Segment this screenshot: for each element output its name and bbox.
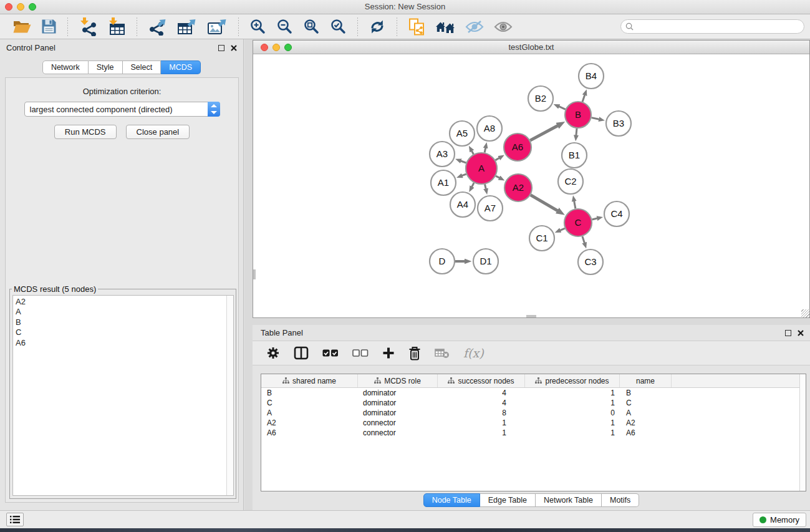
mcds-result-item[interactable]: B	[16, 317, 233, 327]
column-header-shared-name[interactable]: shared name	[261, 374, 358, 387]
open-session-button[interactable]	[11, 17, 32, 36]
graph-edge-A-A7[interactable]	[485, 184, 486, 188]
search-input[interactable]	[637, 21, 804, 32]
table-row[interactable]: Cdominator41C	[261, 398, 806, 408]
export-table-button[interactable]	[176, 16, 198, 37]
minimize-network-window-button[interactable]	[272, 44, 280, 51]
toolbar-separator	[238, 17, 239, 36]
graph-edge-A6-B[interactable]	[530, 125, 557, 140]
tab-edge-table[interactable]: Edge Table	[480, 493, 536, 507]
graph-edge-A-A4[interactable]	[472, 183, 474, 186]
tab-select[interactable]: Select	[123, 60, 162, 74]
mcds-result-item[interactable]: A	[16, 307, 233, 317]
column-view-button[interactable]	[294, 346, 309, 360]
selected-criterion: largest connected component (directed)	[25, 105, 208, 114]
graph-edge-A-A5[interactable]	[471, 151, 473, 154]
mcds-result-item[interactable]: A2	[16, 297, 233, 307]
delete-column-button[interactable]	[408, 346, 421, 360]
table-cell: 0	[525, 408, 620, 418]
float-panel-icon[interactable]	[218, 45, 224, 51]
horizontal-scrollbar-stub[interactable]	[526, 315, 536, 317]
vertical-scrollbar-stub[interactable]	[253, 269, 256, 279]
graph-edge-C-C3[interactable]	[582, 236, 584, 243]
graph-edge-A-A8[interactable]	[485, 148, 485, 152]
zoom-out-button[interactable]	[275, 17, 294, 36]
function-builder-button[interactable]: f(x)	[463, 346, 484, 360]
table-cell: A2	[620, 418, 672, 428]
close-panel-button[interactable]: Close panel	[126, 125, 190, 139]
graph-edge-A-A6[interactable]	[495, 158, 499, 160]
table-row[interactable]: Bdominator41B	[261, 388, 806, 398]
first-neighbors-button[interactable]	[434, 18, 456, 36]
refresh-view-button[interactable]	[367, 17, 387, 37]
table-cell: connector	[358, 428, 438, 438]
graph-edge-B-B4[interactable]	[582, 95, 585, 102]
delete-table-button[interactable]	[435, 347, 450, 359]
zoom-selected-button[interactable]	[329, 17, 348, 36]
export-network-button[interactable]	[147, 16, 168, 37]
table-scrollbar[interactable]	[799, 374, 806, 491]
graph-node-label-C3: C3	[584, 256, 596, 267]
graph-edge-B-B1[interactable]	[576, 128, 577, 135]
export-image-button[interactable]	[206, 16, 229, 37]
column-header-MCDS-role[interactable]: MCDS role	[358, 374, 438, 387]
column-header-name[interactable]: name	[620, 374, 672, 387]
result-list-scrollbar[interactable]	[226, 296, 233, 495]
graph-edge-A2-C[interactable]	[531, 195, 557, 211]
resize-grip-icon[interactable]	[801, 309, 809, 317]
graph-edge-C-C1[interactable]	[560, 228, 564, 230]
run-mcds-button[interactable]: Run MCDS	[54, 125, 117, 139]
mcds-result-item[interactable]: C	[16, 327, 233, 337]
graph-edge-C-C4[interactable]	[592, 218, 597, 220]
graph-edge-A-A1[interactable]	[462, 174, 466, 176]
import-table-button[interactable]	[106, 16, 127, 37]
save-session-button[interactable]	[40, 17, 58, 36]
network-canvas[interactable]: B4B2BB3A5A8A6A3B1AA1C2A2A4A7C4CC1C3DD1	[253, 54, 809, 317]
zoom-fit-button[interactable]	[302, 17, 321, 36]
optimization-criterion-select[interactable]: largest connected component (directed)	[24, 102, 220, 117]
tab-network[interactable]: Network	[42, 60, 89, 74]
task-history-button[interactable]	[6, 513, 24, 526]
tab-style[interactable]: Style	[89, 60, 123, 74]
show-all-button[interactable]	[493, 18, 514, 36]
zoom-window-button[interactable]	[29, 3, 36, 11]
checked-boxes-icon	[322, 346, 339, 360]
add-column-button[interactable]	[382, 347, 395, 359]
column-header-successor-nodes[interactable]: successor nodes	[438, 374, 525, 387]
tab-mcds[interactable]: MCDS	[161, 60, 201, 74]
table-cell: 1	[438, 428, 525, 438]
export-network-icon	[148, 17, 167, 36]
hide-selected-button[interactable]	[464, 18, 485, 36]
status-bar: Memory	[0, 510, 810, 528]
import-network-button[interactable]	[77, 16, 99, 37]
table-row[interactable]: A2connector11A2	[261, 418, 806, 428]
tab-motifs[interactable]: Motifs	[602, 493, 639, 507]
deselect-all-button[interactable]	[352, 346, 369, 360]
memory-button[interactable]: Memory	[753, 513, 806, 527]
graph-edge-C-C2[interactable]	[574, 201, 576, 208]
tab-node-table[interactable]: Node Table	[423, 493, 480, 507]
new-network-from-selection-button[interactable]	[407, 17, 427, 37]
zoom-network-window-button[interactable]	[284, 44, 292, 51]
table-row[interactable]: Adominator80A	[261, 408, 806, 418]
close-network-window-button[interactable]	[261, 44, 268, 51]
select-all-button[interactable]	[322, 346, 339, 360]
network-window-titlebar[interactable]: testGlobe.txt	[253, 41, 809, 54]
close-window-button[interactable]	[5, 3, 12, 11]
graph-edge-A-A2[interactable]	[496, 176, 499, 178]
graph-edge-A-A3[interactable]	[461, 161, 466, 163]
eye-slash-icon	[465, 19, 484, 34]
table-settings-button[interactable]	[266, 346, 280, 360]
close-table-panel-icon[interactable]	[798, 330, 804, 336]
column-header-predecessor-nodes[interactable]: predecessor nodes	[525, 374, 620, 387]
graph-edge-B-B3[interactable]	[592, 118, 599, 120]
close-panel-icon[interactable]	[231, 45, 237, 51]
table-row[interactable]: A6connector11A6	[261, 428, 806, 438]
mcds-result-item[interactable]: A6	[16, 338, 233, 348]
table-panel: Table Panel	[253, 325, 810, 510]
minimize-window-button[interactable]	[17, 3, 24, 11]
tab-network-table[interactable]: Network Table	[536, 493, 602, 507]
graph-edge-B-B2[interactable]	[559, 107, 565, 110]
zoom-in-button[interactable]	[248, 17, 268, 36]
float-table-panel-icon[interactable]	[785, 330, 791, 336]
